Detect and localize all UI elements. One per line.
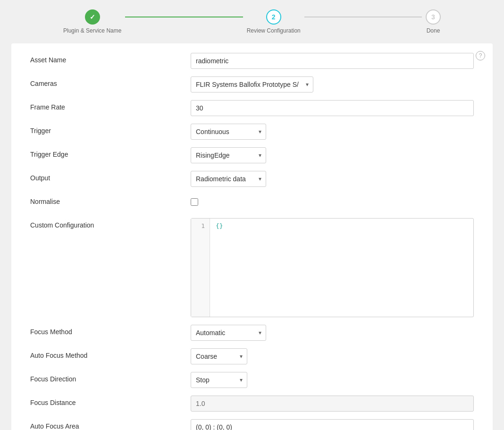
frame-rate-label: Frame Rate: [30, 100, 191, 111]
output-label: Output: [30, 171, 191, 182]
normalise-row: Normalise: [30, 194, 474, 211]
auto-focus-method-row: Auto Focus Method Coarse Fine: [30, 348, 474, 364]
stepper: ✓ Plugin & Service Name 2 Review Configu…: [0, 0, 504, 43]
auto-focus-method-select-wrapper: Coarse Fine: [191, 348, 247, 364]
focus-distance-label: Focus Distance: [30, 396, 191, 406]
custom-config-row: Custom Configuration 1 {}: [30, 218, 474, 317]
focus-distance-input[interactable]: [191, 396, 474, 412]
focus-distance-control: [191, 396, 474, 412]
auto-focus-method-select[interactable]: Coarse Fine: [191, 348, 247, 364]
custom-config-control: 1 {}: [191, 218, 474, 317]
main-card: ? Asset Name Cameras FLIR Systems Ballof…: [11, 43, 493, 430]
frame-rate-control: [191, 100, 474, 116]
help-icon[interactable]: ?: [476, 51, 485, 60]
cameras-control: FLIR Systems Ballofix Prototype S/N: 123…: [191, 76, 474, 93]
focus-method-control: Automatic Manual: [191, 325, 474, 341]
step-2-circle: 2: [266, 9, 281, 25]
output-select-wrapper: Radiometric data Raw Processed: [191, 171, 266, 187]
focus-direction-select[interactable]: Stop Near Far: [191, 372, 247, 388]
auto-focus-method-label: Auto Focus Method: [30, 348, 191, 359]
focus-distance-row: Focus Distance: [30, 396, 474, 412]
trigger-control: Continuous External Software: [191, 124, 474, 140]
output-select[interactable]: Radiometric data Raw Processed: [191, 171, 266, 187]
normalise-label: Normalise: [30, 194, 191, 205]
frame-rate-input[interactable]: [191, 100, 474, 116]
custom-config-label: Custom Configuration: [30, 218, 191, 229]
focus-direction-select-wrapper: Stop Near Far: [191, 372, 247, 388]
auto-focus-area-control: [191, 419, 474, 430]
output-control: Radiometric data Raw Processed: [191, 171, 474, 187]
line-numbers: 1: [191, 219, 210, 317]
auto-focus-area-label: Auto Focus Area: [30, 419, 191, 430]
focus-direction-label: Focus Direction: [30, 372, 191, 383]
code-editor[interactable]: 1 {}: [191, 218, 474, 317]
frame-rate-row: Frame Rate: [30, 100, 474, 116]
asset-name-input[interactable]: [191, 53, 474, 69]
focus-direction-control: Stop Near Far: [191, 372, 474, 388]
step-line-1: [125, 17, 243, 17]
step-1-label: Plugin & Service Name: [63, 27, 121, 34]
focus-direction-row: Focus Direction Stop Near Far: [30, 372, 474, 388]
auto-focus-area-input[interactable]: [191, 419, 474, 430]
code-content[interactable]: {}: [210, 219, 473, 317]
step-line-2: [304, 17, 422, 17]
focus-method-select-wrapper: Automatic Manual: [191, 325, 266, 341]
asset-name-control: [191, 53, 474, 69]
normalise-checkbox[interactable]: [191, 198, 198, 206]
trigger-row: Trigger Continuous External Software: [30, 124, 474, 140]
asset-name-row: Asset Name: [30, 53, 474, 69]
auto-focus-method-control: Coarse Fine: [191, 348, 474, 364]
output-row: Output Radiometric data Raw Processed: [30, 171, 474, 187]
normalise-control: [191, 194, 474, 207]
trigger-edge-select-wrapper: RisingEdge FallingEdge: [191, 147, 266, 163]
step-1: ✓ Plugin & Service Name: [63, 9, 121, 34]
trigger-select[interactable]: Continuous External Software: [191, 124, 266, 140]
trigger-edge-row: Trigger Edge RisingEdge FallingEdge: [30, 147, 474, 163]
trigger-edge-control: RisingEdge FallingEdge: [191, 147, 474, 163]
trigger-label: Trigger: [30, 124, 191, 135]
step-3-circle: 3: [426, 9, 441, 25]
cameras-label: Cameras: [30, 76, 191, 87]
cameras-select[interactable]: FLIR Systems Ballofix Prototype S/N: 123…: [191, 76, 313, 93]
cameras-row: Cameras FLIR Systems Ballofix Prototype …: [30, 76, 474, 93]
trigger-edge-label: Trigger Edge: [30, 147, 191, 158]
focus-method-row: Focus Method Automatic Manual: [30, 325, 474, 341]
step-3: 3 Done: [426, 9, 441, 34]
step-2: 2 Review Configuration: [247, 9, 301, 34]
focus-method-select[interactable]: Automatic Manual: [191, 325, 266, 341]
auto-focus-area-row: Auto Focus Area: [30, 419, 474, 430]
cameras-select-wrapper: FLIR Systems Ballofix Prototype S/N: 123…: [191, 76, 313, 93]
trigger-select-wrapper: Continuous External Software: [191, 124, 266, 140]
trigger-edge-select[interactable]: RisingEdge FallingEdge: [191, 147, 266, 163]
asset-name-label: Asset Name: [30, 53, 191, 64]
step-1-circle: ✓: [85, 9, 100, 25]
step-3-label: Done: [427, 27, 440, 34]
step-2-label: Review Configuration: [247, 27, 301, 34]
focus-method-label: Focus Method: [30, 325, 191, 336]
